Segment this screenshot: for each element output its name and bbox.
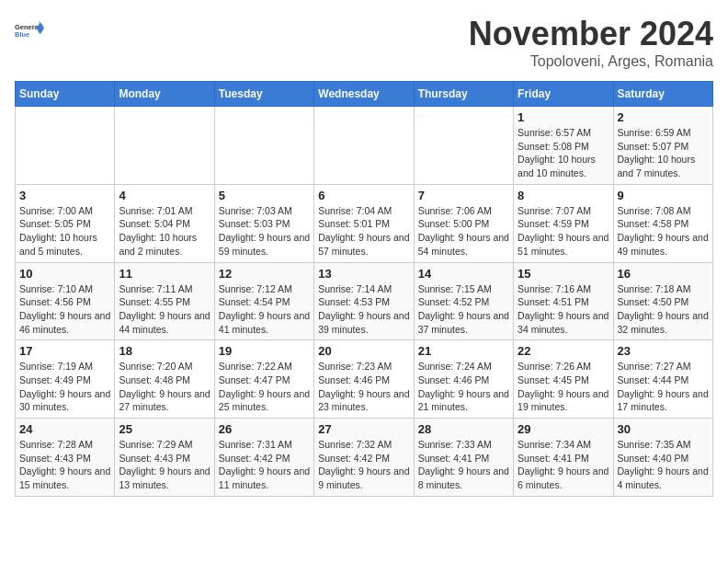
day-info: Sunrise: 7:32 AM Sunset: 4:42 PM Dayligh… [318, 438, 409, 492]
day-info: Sunrise: 7:01 AM Sunset: 5:04 PM Dayligh… [119, 204, 210, 259]
day-info: Sunrise: 7:18 AM Sunset: 4:50 PM Dayligh… [618, 282, 709, 337]
day-info: Sunrise: 7:15 AM Sunset: 4:52 PM Dayligh… [418, 282, 509, 337]
calendar-cell: 4Sunrise: 7:01 AM Sunset: 5:04 PM Daylig… [115, 184, 214, 262]
day-number: 28 [418, 422, 509, 436]
day-info: Sunrise: 7:35 AM Sunset: 4:40 PM Dayligh… [618, 438, 709, 492]
day-info: Sunrise: 7:24 AM Sunset: 4:46 PM Dayligh… [418, 360, 509, 414]
day-number: 26 [219, 422, 310, 436]
day-info: Sunrise: 7:07 AM Sunset: 4:59 PM Dayligh… [518, 204, 609, 259]
day-info: Sunrise: 6:59 AM Sunset: 5:07 PM Dayligh… [618, 126, 709, 180]
day-info: Sunrise: 7:16 AM Sunset: 4:51 PM Dayligh… [518, 282, 609, 337]
day-info: Sunrise: 7:04 AM Sunset: 5:01 PM Dayligh… [318, 204, 409, 259]
day-number: 5 [219, 189, 310, 202]
calendar-cell: 9Sunrise: 7:08 AM Sunset: 4:58 PM Daylig… [613, 184, 712, 262]
calendar-cell: 1Sunrise: 6:57 AM Sunset: 5:08 PM Daylig… [514, 107, 613, 185]
calendar-cell: 13Sunrise: 7:14 AM Sunset: 4:53 PM Dayli… [314, 262, 414, 340]
month-title: November 2024 [469, 15, 713, 53]
location-title: Topoloveni, Arges, Romania [469, 53, 713, 70]
week-row-1: 1Sunrise: 6:57 AM Sunset: 5:08 PM Daylig… [16, 107, 713, 185]
day-number: 27 [318, 422, 409, 436]
day-info: Sunrise: 7:27 AM Sunset: 4:44 PM Dayligh… [618, 360, 709, 414]
header-day-monday: Monday [115, 82, 214, 107]
day-number: 8 [518, 189, 609, 202]
day-info: Sunrise: 7:10 AM Sunset: 4:56 PM Dayligh… [19, 282, 110, 337]
calendar-cell: 5Sunrise: 7:03 AM Sunset: 5:03 PM Daylig… [214, 184, 313, 262]
day-number: 6 [318, 189, 409, 202]
day-number: 4 [119, 189, 210, 202]
day-info: Sunrise: 7:34 AM Sunset: 4:41 PM Dayligh… [518, 438, 609, 492]
day-info: Sunrise: 7:29 AM Sunset: 4:43 PM Dayligh… [119, 438, 210, 492]
day-number: 12 [219, 267, 310, 281]
day-info: Sunrise: 7:08 AM Sunset: 4:58 PM Dayligh… [618, 204, 709, 259]
calendar-cell: 14Sunrise: 7:15 AM Sunset: 4:52 PM Dayli… [414, 262, 513, 340]
calendar-cell: 19Sunrise: 7:22 AM Sunset: 4:47 PM Dayli… [214, 340, 313, 419]
day-info: Sunrise: 7:28 AM Sunset: 4:43 PM Dayligh… [19, 438, 110, 492]
day-info: Sunrise: 7:03 AM Sunset: 5:03 PM Dayligh… [219, 204, 310, 259]
day-number: 16 [618, 267, 709, 281]
svg-text:Blue: Blue [15, 30, 29, 39]
day-number: 3 [19, 189, 110, 202]
calendar-cell: 17Sunrise: 7:19 AM Sunset: 4:49 PM Dayli… [16, 340, 115, 419]
header-day-wednesday: Wednesday [314, 82, 414, 107]
day-info: Sunrise: 7:06 AM Sunset: 5:00 PM Dayligh… [418, 204, 509, 259]
calendar-cell: 10Sunrise: 7:10 AM Sunset: 4:56 PM Dayli… [16, 262, 115, 340]
calendar-cell: 30Sunrise: 7:35 AM Sunset: 4:40 PM Dayli… [613, 419, 712, 497]
calendar-header-row: SundayMondayTuesdayWednesdayThursdayFrid… [16, 82, 713, 107]
day-number: 21 [418, 344, 509, 358]
day-number: 24 [19, 422, 110, 436]
calendar-cell: 18Sunrise: 7:20 AM Sunset: 4:48 PM Dayli… [115, 340, 214, 419]
week-row-5: 24Sunrise: 7:28 AM Sunset: 4:43 PM Dayli… [16, 419, 713, 497]
day-info: Sunrise: 7:33 AM Sunset: 4:41 PM Dayligh… [418, 438, 509, 492]
calendar-cell: 27Sunrise: 7:32 AM Sunset: 4:42 PM Dayli… [314, 419, 414, 497]
header-day-thursday: Thursday [414, 82, 513, 107]
header-day-sunday: Sunday [16, 82, 115, 107]
calendar-cell: 23Sunrise: 7:27 AM Sunset: 4:44 PM Dayli… [613, 340, 712, 419]
calendar-cell: 21Sunrise: 7:24 AM Sunset: 4:46 PM Dayli… [414, 340, 513, 419]
calendar-cell: 15Sunrise: 7:16 AM Sunset: 4:51 PM Dayli… [514, 262, 613, 340]
day-info: Sunrise: 7:22 AM Sunset: 4:47 PM Dayligh… [219, 360, 310, 414]
header-day-saturday: Saturday [613, 82, 712, 107]
day-info: Sunrise: 7:00 AM Sunset: 5:05 PM Dayligh… [19, 204, 110, 259]
svg-text:General: General [15, 23, 40, 31]
calendar-cell: 7Sunrise: 7:06 AM Sunset: 5:00 PM Daylig… [414, 184, 513, 262]
day-number: 30 [618, 422, 709, 436]
calendar-table: SundayMondayTuesdayWednesdayThursdayFrid… [15, 81, 713, 497]
calendar-cell: 29Sunrise: 7:34 AM Sunset: 4:41 PM Dayli… [514, 419, 613, 497]
day-number: 18 [119, 344, 210, 358]
calendar-cell: 11Sunrise: 7:11 AM Sunset: 4:55 PM Dayli… [115, 262, 214, 340]
calendar-cell [16, 107, 115, 185]
day-info: Sunrise: 7:11 AM Sunset: 4:55 PM Dayligh… [119, 282, 210, 337]
calendar-cell [214, 107, 313, 185]
logo-icon: General Blue [15, 15, 44, 48]
calendar-cell: 12Sunrise: 7:12 AM Sunset: 4:54 PM Dayli… [214, 262, 313, 340]
day-number: 19 [219, 344, 310, 358]
day-info: Sunrise: 6:57 AM Sunset: 5:08 PM Dayligh… [518, 126, 609, 180]
title-area: November 2024 Topoloveni, Arges, Romania [469, 15, 713, 70]
day-number: 14 [418, 267, 509, 281]
day-number: 1 [518, 110, 609, 124]
day-info: Sunrise: 7:31 AM Sunset: 4:42 PM Dayligh… [219, 438, 310, 492]
day-number: 20 [318, 344, 409, 358]
header-day-friday: Friday [514, 82, 613, 107]
calendar-cell: 6Sunrise: 7:04 AM Sunset: 5:01 PM Daylig… [314, 184, 414, 262]
day-info: Sunrise: 7:19 AM Sunset: 4:49 PM Dayligh… [19, 360, 110, 414]
day-number: 17 [19, 344, 110, 358]
calendar-cell [115, 107, 214, 185]
calendar-cell: 24Sunrise: 7:28 AM Sunset: 4:43 PM Dayli… [16, 419, 115, 497]
calendar-cell: 22Sunrise: 7:26 AM Sunset: 4:45 PM Dayli… [514, 340, 613, 419]
calendar-cell: 3Sunrise: 7:00 AM Sunset: 5:05 PM Daylig… [16, 184, 115, 262]
day-number: 11 [119, 267, 210, 281]
week-row-3: 10Sunrise: 7:10 AM Sunset: 4:56 PM Dayli… [16, 262, 713, 340]
header-day-tuesday: Tuesday [214, 82, 313, 107]
day-number: 9 [618, 189, 709, 202]
calendar-cell: 2Sunrise: 6:59 AM Sunset: 5:07 PM Daylig… [613, 107, 712, 185]
logo: General Blue [15, 15, 44, 48]
day-info: Sunrise: 7:12 AM Sunset: 4:54 PM Dayligh… [219, 282, 310, 337]
calendar-cell [314, 107, 414, 185]
day-info: Sunrise: 7:26 AM Sunset: 4:45 PM Dayligh… [518, 360, 609, 414]
day-number: 23 [618, 344, 709, 358]
calendar-cell: 26Sunrise: 7:31 AM Sunset: 4:42 PM Dayli… [214, 419, 313, 497]
calendar-cell [414, 107, 513, 185]
day-number: 10 [19, 267, 110, 281]
calendar-cell: 16Sunrise: 7:18 AM Sunset: 4:50 PM Dayli… [613, 262, 712, 340]
